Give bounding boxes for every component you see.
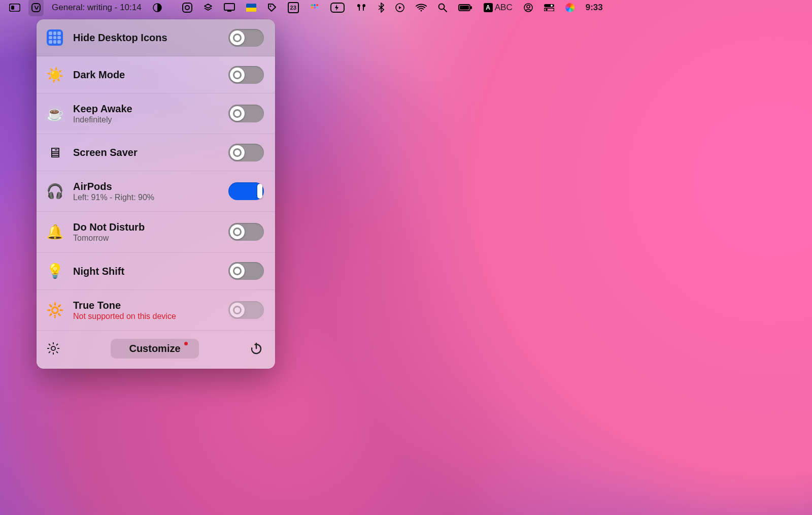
row-subtitle: Tomorrow (73, 233, 219, 243)
svg-rect-0 (10, 4, 20, 12)
svg-rect-4 (183, 3, 192, 12)
row-title: Night Shift (73, 265, 219, 277)
display-icon[interactable] (224, 0, 235, 15)
camera-ring-icon[interactable] (182, 0, 192, 15)
layers-icon[interactable] (204, 0, 213, 15)
row-subtitle: Not supported on this device (73, 311, 219, 321)
menubar: General: writing - 10:14 23 (0, 0, 812, 15)
svg-point-18 (420, 10, 422, 12)
row-title: True Tone (73, 299, 219, 311)
svg-rect-6 (224, 4, 234, 10)
row-hide-desktop-icons[interactable]: Hide Desktop Icons (37, 19, 275, 56)
svg-point-25 (527, 5, 530, 8)
row-title: AirPods (73, 180, 219, 192)
input-source-indicator[interactable]: A ABC (484, 0, 513, 15)
row-subtitle: Left: 91% - Right: 90% (73, 192, 219, 202)
coffee-icon: ☕️ (46, 105, 64, 123)
svg-rect-9 (246, 8, 256, 12)
airpods-row-icon: 🎧 (46, 182, 64, 201)
monitor-icon: 🖥 (46, 143, 64, 162)
siri-icon[interactable] (565, 0, 574, 15)
grid-dots-icon[interactable] (310, 0, 319, 15)
svg-point-10 (269, 6, 271, 7)
customize-button[interactable]: Customize (111, 339, 198, 359)
toggle-true-tone (228, 301, 264, 319)
power-icon[interactable] (249, 341, 264, 356)
svg-point-15 (314, 7, 316, 9)
moon-phase-icon[interactable] (153, 0, 162, 15)
sun-icon: ☀️ (46, 66, 64, 84)
customize-label: Customize (129, 343, 180, 354)
row-title: Dark Mode (73, 69, 219, 81)
battery-charging-icon[interactable] (330, 0, 345, 15)
settings-gear-icon[interactable] (46, 341, 61, 356)
flag-icon[interactable] (246, 0, 256, 15)
toggle-dark-mode[interactable] (228, 66, 264, 84)
one-switch-panel: Hide Desktop Icons ☀️ Dark Mode ☕️ Keep … (37, 19, 275, 369)
svg-rect-2 (32, 4, 40, 12)
bluetooth-icon[interactable] (378, 0, 384, 15)
svg-rect-22 (460, 6, 469, 10)
battery-full-icon[interactable] (458, 0, 472, 15)
svg-rect-23 (470, 6, 472, 9)
toggle-airpods[interactable] (228, 182, 264, 200)
menubar-app-icon-active[interactable] (28, 0, 44, 16)
toggle-night-shift[interactable] (228, 262, 264, 280)
svg-point-5 (185, 6, 189, 10)
svg-point-30 (51, 346, 55, 350)
panel-footer: Customize (37, 331, 275, 369)
row-true-tone[interactable]: 🔆 True Tone Not supported on this device (37, 290, 275, 331)
svg-rect-1 (11, 6, 14, 10)
svg-point-16 (316, 7, 318, 9)
row-title: Keep Awake (73, 103, 219, 115)
svg-rect-7 (227, 11, 231, 12)
row-screen-saver[interactable]: 🖥 Screen Saver (37, 134, 275, 171)
svg-line-20 (444, 9, 447, 12)
control-center-icon[interactable] (544, 0, 554, 15)
row-night-shift[interactable]: 💡 Night Shift (37, 253, 275, 290)
svg-line-36 (56, 351, 58, 353)
search-icon[interactable] (438, 0, 447, 15)
svg-point-12 (314, 4, 316, 6)
row-title: Do Not Disturb (73, 221, 219, 233)
row-keep-awake[interactable]: ☕️ Keep Awake Indefinitely (37, 93, 275, 134)
launchpad-icon (46, 28, 64, 47)
bell-icon: 🔔 (46, 223, 64, 241)
toggle-hide-desktop-icons[interactable] (228, 29, 264, 47)
toggle-keep-awake[interactable] (228, 105, 264, 122)
row-title: Screen Saver (73, 146, 219, 158)
calendar-icon[interactable]: 23 (288, 0, 299, 15)
toggle-dnd[interactable] (228, 223, 264, 241)
svg-line-38 (56, 344, 58, 345)
svg-point-11 (311, 4, 313, 6)
lamp-icon: 💡 (46, 262, 64, 280)
menubar-context-text[interactable]: General: writing - 10:14 (52, 0, 142, 15)
user-icon[interactable] (524, 0, 533, 15)
tag-icon[interactable] (267, 0, 277, 15)
brightness-icon: 🔆 (46, 301, 64, 319)
row-subtitle: Indefinitely (73, 115, 219, 124)
menubar-app-icon-1[interactable] (9, 0, 20, 15)
svg-line-35 (49, 344, 50, 345)
svg-point-14 (311, 7, 313, 9)
row-title: Hide Desktop Icons (73, 31, 219, 44)
wifi-icon[interactable] (416, 0, 427, 15)
customize-badge-dot (184, 342, 188, 345)
row-do-not-disturb[interactable]: 🔔 Do Not Disturb Tomorrow (37, 212, 275, 252)
row-dark-mode[interactable]: ☀️ Dark Mode (37, 56, 275, 93)
svg-point-27 (551, 5, 553, 7)
input-source-label: ABC (495, 3, 513, 13)
svg-point-13 (316, 4, 318, 6)
svg-point-29 (546, 9, 548, 11)
menubar-clock[interactable]: 9:33 (586, 0, 603, 15)
play-circle-icon[interactable] (395, 0, 404, 15)
row-airpods[interactable]: 🎧 AirPods Left: 91% - Right: 90% (37, 171, 275, 212)
toggle-screen-saver[interactable] (228, 144, 264, 162)
svg-point-19 (438, 4, 444, 10)
svg-line-37 (49, 351, 50, 353)
airpods-icon[interactable] (356, 0, 367, 15)
